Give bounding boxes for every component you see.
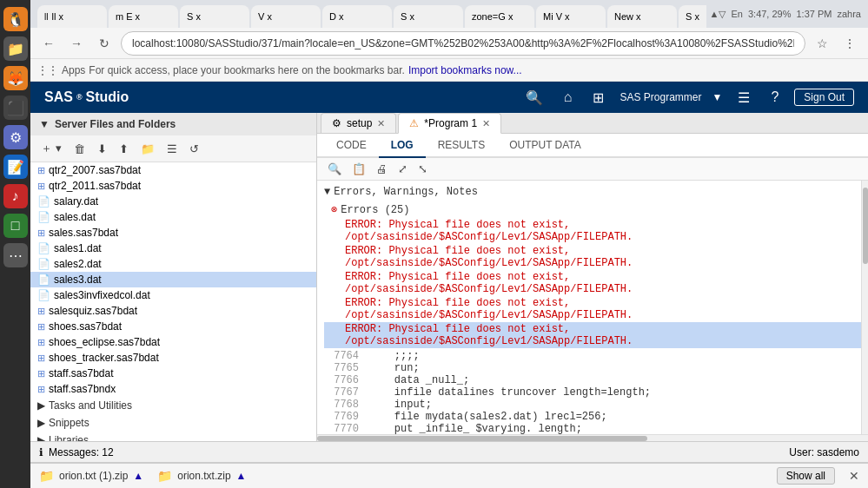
file-item-salary[interactable]: 📄 salary.dat: [30, 194, 316, 209]
taskbar-ubuntu-icon[interactable]: 🐧: [3, 7, 28, 31]
file-item-shoes-tracker[interactable]: ⊞ shoes_tracker.sas7bdat: [30, 350, 316, 366]
info-icon: ℹ: [39, 446, 43, 458]
download-chevron-1[interactable]: ▲: [133, 470, 143, 482]
taskbar-music-icon[interactable]: ♪: [3, 184, 28, 208]
taskbar-files-icon[interactable]: 📁: [3, 36, 28, 61]
back-button[interactable]: ←: [37, 32, 60, 55]
sign-out-button[interactable]: Sign Out: [794, 89, 854, 106]
status-user: zahra: [837, 9, 861, 19]
tasks-utilities-section[interactable]: ▶ Tasks and Utilities: [30, 397, 316, 414]
forward-button[interactable]: →: [65, 32, 88, 55]
browser-tab-10[interactable]: S x: [679, 5, 706, 28]
upload-button[interactable]: ⬆: [116, 141, 132, 157]
properties-button[interactable]: ☰: [163, 141, 181, 157]
file-item-salesquiz[interactable]: ⊞ salesquiz.sas7bdat: [30, 303, 316, 319]
browser-tab-2[interactable]: m E x: [109, 5, 178, 28]
tab-close-setup[interactable]: ✕: [377, 118, 385, 129]
apps-label[interactable]: Apps: [62, 64, 85, 76]
file-name: qtr2_2011.sas7bdat: [49, 180, 141, 192]
file-item-shoes[interactable]: ⊞ shoes.sas7bdat: [30, 319, 316, 334]
show-all-button[interactable]: Show all: [777, 467, 835, 485]
taskbar-firefox-icon[interactable]: 🦊: [3, 66, 28, 90]
file-item-sales1[interactable]: 📄 sales1.dat: [30, 241, 316, 256]
tab-code[interactable]: CODE: [324, 134, 379, 158]
file-name: salesquiz.sas7bdat: [49, 305, 137, 317]
tab-label-1: ll x: [51, 11, 63, 22]
editor-tab-setup[interactable]: ⚙ setup ✕: [321, 113, 396, 133]
expand-button[interactable]: ⤢: [394, 161, 411, 177]
tab-label-4: V x: [258, 11, 272, 22]
file-item-sales[interactable]: 📄 sales.dat: [30, 209, 316, 225]
bookmark-button[interactable]: ☆: [811, 32, 833, 55]
browser-tab-4[interactable]: V x: [251, 5, 321, 28]
programmer-dropdown[interactable]: SAS Programmer: [620, 91, 701, 103]
create-folder-button[interactable]: 📁: [137, 141, 158, 157]
browser-tab-3[interactable]: S x: [180, 5, 249, 28]
file-item-sales-bdat[interactable]: ⊞ sales.sas7bdat: [30, 225, 316, 241]
taskbar-more-icon[interactable]: ⋯: [3, 243, 28, 267]
errors-section: ⊗ Errors (25) ERROR: Physical file does …: [317, 200, 868, 350]
file-item-sales3[interactable]: 📄 sales3.dat: [30, 272, 316, 287]
collapse-button[interactable]: ⤡: [414, 161, 431, 177]
address-bar[interactable]: [121, 31, 805, 56]
home-header-icon[interactable]: ⌂: [559, 88, 578, 107]
log-section-header[interactable]: ▼ Errors, Warnings, Notes: [317, 184, 868, 200]
file-item-sales3inv[interactable]: 📄 sales3invfixedcol.dat: [30, 287, 316, 303]
download-chevron-2[interactable]: ▲: [236, 470, 247, 482]
log-content[interactable]: ▼ Errors, Warnings, Notes ⊗ Errors (25) …: [317, 181, 868, 434]
copy-button[interactable]: 📋: [348, 161, 369, 177]
scrollbar-thumb-vertical[interactable]: [863, 188, 868, 264]
file-item-staff[interactable]: ⊞ staff.sas7bdat: [30, 366, 316, 381]
taskbar-office-icon[interactable]: 📝: [3, 155, 28, 179]
download-button[interactable]: ⬇: [94, 141, 110, 157]
browser-tab-8[interactable]: Mi V x: [536, 5, 606, 28]
snippets-section[interactable]: ▶ Snippets: [30, 414, 316, 432]
tab-results[interactable]: RESULTS: [426, 134, 497, 158]
browser-tab-5[interactable]: D x: [322, 5, 392, 28]
file-item-qtr2-2007[interactable]: ⊞ qtr2_2007.sas7bdat: [30, 162, 316, 178]
tab-log[interactable]: LOG: [379, 134, 426, 158]
apps-icon[interactable]: ⋮⋮: [37, 64, 58, 76]
sidebar-header[interactable]: ▼ Server Files and Folders: [30, 113, 316, 135]
editor-tab-program1[interactable]: ⚠ *Program 1 ✕: [398, 113, 501, 134]
file-item-qtr2-2011[interactable]: ⊞ qtr2_2011.sas7bdat: [30, 178, 316, 194]
chevron-down-icon[interactable]: ▼: [712, 91, 723, 103]
tab-output-data[interactable]: OUTPUT DATA: [497, 134, 593, 158]
menu-header-icon[interactable]: ☰: [732, 88, 755, 108]
status-battery: 3:47, 29%: [748, 9, 792, 19]
line-code: data _null_;: [369, 374, 469, 386]
scrollbar-vertical[interactable]: [861, 181, 868, 434]
browser-tab-1[interactable]: ll ll x: [37, 5, 107, 28]
file-name: qtr2_2007.sas7bdat: [49, 164, 141, 176]
import-bookmarks-link[interactable]: Import bookmarks now...: [408, 64, 522, 76]
libraries-section[interactable]: ▶ Libraries: [30, 432, 316, 441]
errors-header[interactable]: ⊗ Errors (25): [324, 201, 861, 218]
help-header-icon[interactable]: ?: [765, 88, 784, 107]
browser-tab-6[interactable]: S x: [394, 5, 463, 28]
scrollbar-horizontal[interactable]: [317, 434, 868, 441]
file-item-staff-bndx[interactable]: ⊞ staff.sas7bndx: [30, 381, 316, 397]
file-item-sales2[interactable]: 📄 sales2.dat: [30, 256, 316, 272]
download-bar-close[interactable]: ✕: [849, 469, 859, 483]
delete-button[interactable]: 🗑: [70, 141, 89, 157]
new-file-button[interactable]: ＋ ▾: [37, 139, 65, 158]
menu-button[interactable]: ⋮: [838, 32, 861, 55]
grid-header-icon[interactable]: ⊞: [587, 88, 609, 108]
tab-close-program1[interactable]: ✕: [482, 118, 490, 129]
browser-tab-7[interactable]: zone=G x: [465, 5, 534, 28]
tab-label-7: zone=G x: [472, 11, 513, 22]
browser-tab-9[interactable]: New x: [607, 5, 677, 28]
taskbar-terminal-icon[interactable]: ⬛: [3, 96, 28, 120]
file-name: sales.dat: [54, 211, 96, 223]
filter-button[interactable]: 🔍: [324, 161, 345, 177]
section-label: Snippets: [49, 417, 89, 429]
print-button[interactable]: 🖨: [373, 161, 391, 177]
taskbar-settings-icon[interactable]: ⚙: [3, 125, 28, 149]
refresh-button[interactable]: ↻: [93, 32, 116, 55]
refresh-files-button[interactable]: ↺: [186, 141, 202, 157]
file-item-shoes-eclipse[interactable]: ⊞ shoes_eclipse.sas7bdat: [30, 334, 316, 350]
search-header-icon[interactable]: 🔍: [520, 88, 548, 108]
bookmarks-hint: For quick access, place your bookmarks h…: [89, 64, 405, 76]
taskbar-vm-icon[interactable]: □: [3, 214, 28, 238]
scrollbar-thumb-horizontal[interactable]: [317, 436, 647, 441]
